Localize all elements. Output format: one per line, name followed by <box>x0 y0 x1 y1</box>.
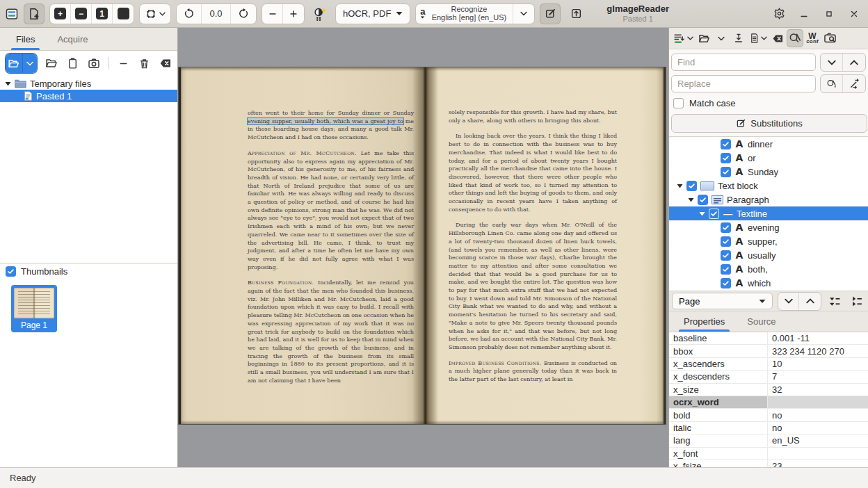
expander-icon[interactable] <box>687 197 694 202</box>
expander-icon[interactable] <box>698 211 705 216</box>
add-images-dropdown[interactable] <box>23 54 38 73</box>
ocr-tree-row[interactable]: Asupper, <box>669 234 868 248</box>
ocr-tree-row[interactable]: Awhich <box>669 276 868 290</box>
image-controls-button[interactable] <box>310 3 330 24</box>
property-row[interactable]: x_fsize23 <box>669 460 868 467</box>
recognize-button[interactable]: a Recognize English [eng] (en_US) <box>416 4 513 24</box>
ocr-tree-row[interactable]: —Textline <box>669 206 868 220</box>
ocr-tree-row[interactable]: Ausually <box>669 248 868 262</box>
property-row[interactable]: italicno <box>669 422 868 434</box>
maximize-button[interactable] <box>820 5 838 23</box>
ocr-tree-row[interactable]: Paragraph <box>669 193 868 206</box>
next-item-button[interactable] <box>778 293 799 310</box>
item-checkbox[interactable] <box>721 250 731 261</box>
replace-all-button[interactable] <box>843 75 865 92</box>
replace-button[interactable] <box>821 75 843 92</box>
expander-icon[interactable] <box>4 81 11 86</box>
match-case-checkbox[interactable] <box>673 98 684 108</box>
screenshot-button[interactable] <box>88 54 100 72</box>
item-checkbox[interactable] <box>721 222 731 233</box>
minimize-button[interactable] <box>795 5 813 23</box>
item-checkbox[interactable] <box>721 153 731 163</box>
decrease-button[interactable] <box>262 4 283 24</box>
tree-row-pasted-1[interactable]: Pasted 1 <box>0 90 177 102</box>
ocr-tree-row[interactable]: Aboth, <box>669 262 868 276</box>
tab-acquire[interactable]: Acquire <box>47 28 98 50</box>
rotate-clockwise-button[interactable] <box>231 4 256 24</box>
rotation-angle-value[interactable]: 0.0 <box>202 4 231 24</box>
item-checkbox[interactable] <box>721 139 731 149</box>
thumbnails-checkbox[interactable] <box>6 266 16 277</box>
paste-button[interactable] <box>66 54 79 72</box>
selected-textline-highlight[interactable]: evening supper, usually both, which was … <box>248 118 403 124</box>
find-replace-toggle[interactable] <box>787 29 803 47</box>
substitutions-button[interactable]: Substitutions <box>671 114 867 133</box>
tab-source[interactable]: Source <box>737 311 786 332</box>
ocr-tree-row[interactable]: Aor <box>669 151 868 165</box>
property-row[interactable]: baseline0.001 -11 <box>669 332 868 345</box>
ocr-tree-row[interactable]: Adinner <box>669 137 868 151</box>
rotate-counterclockwise-button[interactable] <box>177 4 202 24</box>
property-row[interactable]: x_font <box>669 448 868 460</box>
ocr-tree-row[interactable]: ASunday <box>669 165 868 179</box>
clear-images-button[interactable] <box>159 54 172 72</box>
preview-toggle[interactable] <box>821 29 838 47</box>
add-page-button[interactable] <box>24 3 45 24</box>
item-checkbox[interactable] <box>698 195 708 205</box>
increase-button[interactable] <box>283 4 304 24</box>
ocr-tree-row[interactable]: Text block <box>669 179 868 193</box>
zoom-fit-button[interactable] <box>113 4 134 24</box>
property-row[interactable]: x_size32 <box>669 384 868 396</box>
add-images-button[interactable] <box>6 54 23 73</box>
item-checkbox[interactable] <box>721 236 731 247</box>
clear-output-button[interactable] <box>769 29 786 47</box>
find-previous-button[interactable] <box>843 54 865 71</box>
close-button[interactable] <box>845 5 863 23</box>
thumbnail-page-1[interactable]: Page 1 <box>11 285 57 332</box>
page-selector-dropdown[interactable]: Page <box>672 293 773 309</box>
zoom-original-button[interactable]: 1 <box>92 4 113 24</box>
item-checkbox[interactable] <box>686 181 697 191</box>
export-output-dropdown[interactable] <box>748 29 769 47</box>
insert-mode-dropdown[interactable] <box>671 29 695 47</box>
word-confidence-toggle[interactable]: W conf <box>804 29 821 47</box>
item-checkbox[interactable] <box>721 278 731 288</box>
find-next-button[interactable] <box>821 54 843 71</box>
image-canvas[interactable]: often went to their home for Sunday dinn… <box>178 28 668 467</box>
export-format-dropdown[interactable]: hOCR, PDF <box>335 3 410 24</box>
open-output-dropdown[interactable] <box>713 29 730 47</box>
toggle-output-pane-button[interactable] <box>540 3 561 24</box>
property-row[interactable]: bbox323 234 1120 270 <box>669 345 868 357</box>
item-checkbox[interactable] <box>721 167 731 177</box>
property-row[interactable]: x_ascenders10 <box>669 358 868 371</box>
item-checkbox[interactable] <box>721 264 731 275</box>
replace-input[interactable] <box>671 75 816 92</box>
rotate-mode-dropdown[interactable] <box>140 4 170 24</box>
tab-files[interactable]: Files <box>6 28 45 50</box>
find-input[interactable] <box>671 54 816 71</box>
delete-image-button[interactable] <box>138 54 151 72</box>
zoom-out-button[interactable]: − <box>71 4 92 24</box>
export-button[interactable] <box>565 3 586 24</box>
tree-row-temporary-files[interactable]: Temporary files <box>0 77 177 90</box>
collapse-all-button[interactable] <box>848 293 865 309</box>
open-folder-button[interactable] <box>45 54 58 72</box>
recognize-dropdown[interactable] <box>513 4 534 24</box>
property-row[interactable]: ocrx_word <box>669 396 868 409</box>
status-text: Ready <box>10 473 36 483</box>
item-checkbox[interactable] <box>709 209 719 219</box>
remove-image-button[interactable] <box>118 54 130 72</box>
property-row[interactable]: boldno <box>669 409 868 421</box>
property-row[interactable]: langen_US <box>669 434 868 447</box>
scanned-book-image[interactable]: often went to their home for Sunday dinn… <box>179 67 666 424</box>
tab-properties[interactable]: Properties <box>673 311 735 332</box>
expander-icon[interactable] <box>676 184 683 188</box>
zoom-in-button[interactable]: + <box>50 4 71 24</box>
ocr-tree-row[interactable]: Aevening <box>669 220 868 234</box>
save-output-button[interactable] <box>730 29 747 47</box>
open-output-button[interactable] <box>696 29 712 47</box>
settings-button[interactable] <box>770 5 788 23</box>
expand-all-button[interactable] <box>826 293 844 309</box>
property-row[interactable]: x_descenders7 <box>669 371 868 383</box>
previous-item-button[interactable] <box>799 293 820 310</box>
